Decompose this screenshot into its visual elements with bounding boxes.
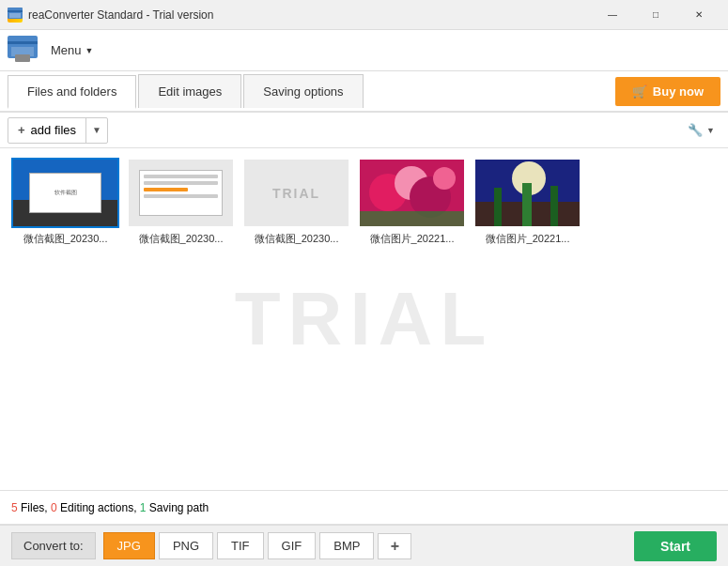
buy-now-label: Buy now (653, 84, 704, 99)
svg-rect-12 (360, 211, 466, 228)
thumbnail-image: 软件截图 (11, 158, 119, 228)
status-bar: 5 Files, 0 Editing actions, 1 Saving pat… (0, 491, 728, 525)
plus-icon: + (18, 123, 25, 137)
tab-files[interactable]: Files and folders (8, 75, 136, 109)
svg-rect-4 (8, 41, 38, 44)
menu-arrow: ▼ (85, 46, 94, 55)
thumb-content: 软件截图 (29, 173, 102, 213)
minimize-button[interactable]: — (591, 0, 634, 30)
thumbnail-image (127, 158, 235, 228)
thumbnail-item[interactable]: 微信图片_20221... (358, 158, 466, 246)
maximize-button[interactable]: □ (634, 0, 677, 30)
app-logo (8, 36, 38, 66)
window-title: reaConverter Standard - Trial version (28, 8, 591, 22)
files-count: 5 Files, 0 Editing actions, 1 Saving pat… (11, 501, 209, 514)
thumbnail-item[interactable]: 微信图片_20221... (473, 158, 581, 246)
thumb-content (360, 160, 464, 226)
thumbnail-image (473, 158, 581, 228)
tools-arrow: ▼ (706, 126, 715, 135)
thumbnail-image: TRIAL (242, 158, 350, 228)
thumb-content (139, 170, 223, 217)
format-gif-button[interactable]: GIF (268, 532, 317, 559)
more-formats-button[interactable]: + (378, 533, 411, 559)
add-files-button[interactable]: + add files ▼ (8, 117, 108, 144)
start-button[interactable]: Start (634, 531, 717, 561)
thumbnail-label: 微信截图_20230... (11, 232, 119, 246)
menu-button[interactable]: Menu ▼ (43, 39, 101, 61)
editing-number: 0 (51, 501, 57, 514)
add-files-label: add files (31, 123, 76, 137)
tab-saving[interactable]: Saving options (243, 74, 363, 108)
thumbnail-item[interactable]: 微信截图_20230... (127, 158, 235, 246)
thumb-content (475, 160, 580, 226)
window-controls: — □ ✕ (591, 0, 720, 30)
thumbnail-image (358, 158, 466, 228)
svg-rect-18 (550, 186, 558, 228)
editing-label: Editing actions, (60, 501, 140, 514)
add-files-dropdown-arrow[interactable]: ▼ (86, 118, 107, 143)
thumbnail-label: 微信图片_20221... (358, 232, 466, 246)
tab-bar: Files and folders Edit images Saving opt… (0, 71, 728, 113)
format-tif-button[interactable]: TIF (217, 532, 264, 559)
format-jpg-button[interactable]: JPG (103, 532, 155, 559)
menu-label: Menu (51, 43, 82, 57)
thumbnail-label: 微信截图_20230... (127, 232, 235, 246)
thumbnail-label: 微信图片_20221... (473, 232, 581, 246)
svg-rect-1 (8, 10, 23, 12)
thumbnail-item[interactable]: 软件截图 微信截图_20230... (11, 158, 119, 246)
app-icon-small (8, 8, 23, 23)
tab-edit[interactable]: Edit images (138, 74, 241, 108)
toolbar: + add files ▼ 🔧 ▼ (0, 113, 728, 148)
thumbnail-label: 微信截图_20230... (242, 232, 350, 246)
menu-bar: Menu ▼ (0, 30, 728, 71)
wrench-icon: 🔧 (688, 123, 703, 137)
trial-watermark: TRIAL (235, 276, 494, 362)
add-files-main[interactable]: + add files (8, 118, 86, 143)
svg-rect-17 (522, 183, 532, 228)
close-button[interactable]: ✕ (677, 0, 720, 30)
format-bmp-button[interactable]: BMP (319, 532, 374, 559)
thumbnails-grid: 软件截图 微信截图_20230... 微信截图_20230... (0, 148, 728, 255)
convert-to-label: Convert to: (11, 532, 96, 559)
files-label: Files, (21, 501, 51, 514)
svg-rect-2 (9, 13, 21, 18)
title-bar: reaConverter Standard - Trial version — … (0, 0, 728, 30)
svg-rect-16 (494, 188, 502, 228)
main-content: TRIAL 软件截图 微信截图_20230... (0, 148, 728, 491)
saving-label: Saving path (149, 501, 209, 514)
thumb-content: TRIAL (244, 160, 349, 226)
svg-point-11 (433, 167, 456, 190)
cart-icon: 🛒 (632, 84, 647, 99)
bottom-bar: Convert to: JPG PNG TIF GIF BMP + Start (0, 525, 728, 566)
format-png-button[interactable]: PNG (159, 532, 213, 559)
svg-rect-6 (15, 54, 30, 62)
files-number: 5 (11, 501, 18, 514)
saving-number: 1 (140, 501, 147, 514)
tools-button[interactable]: 🔧 ▼ (682, 119, 720, 141)
thumbnail-item[interactable]: TRIAL 微信截图_20230... (242, 158, 350, 246)
chevron-down-icon: ▼ (92, 125, 101, 135)
buy-now-button[interactable]: 🛒 Buy now (615, 77, 720, 106)
